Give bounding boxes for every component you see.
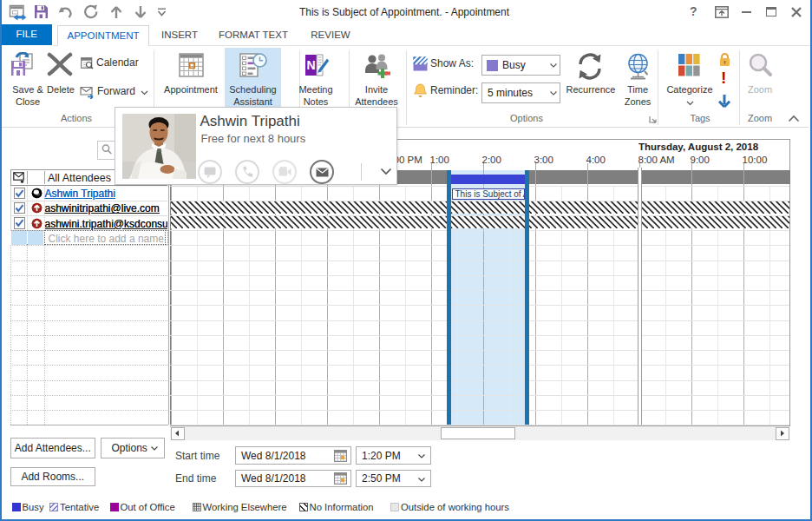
svg-text:N: N xyxy=(306,58,315,72)
